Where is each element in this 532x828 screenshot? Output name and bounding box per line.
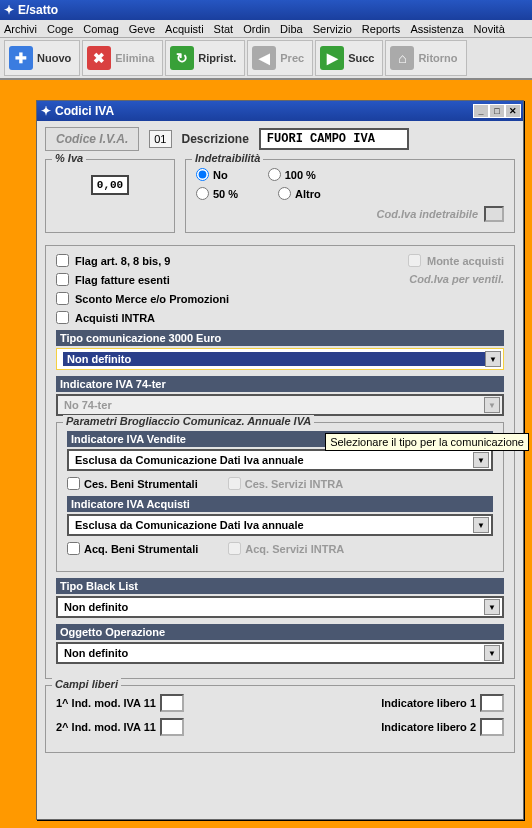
brogliaccio-legend: Parametri Brogliaccio Comunicaz. Annuale… [63,415,314,427]
nuovo-label: Nuovo [37,52,71,64]
menu-reports[interactable]: Reports [362,23,401,35]
delete-icon: ✖ [87,46,111,70]
menu-novita[interactable]: Novità [474,23,505,35]
chevron-down-icon: ▼ [484,397,500,413]
flag-acquisti[interactable]: Acquisti INTRA [56,311,504,324]
acq-beni-checkbox[interactable]: Acq. Beni Strumentali [67,542,198,555]
riprist-label: Riprist. [198,52,236,64]
succ-button[interactable]: ▶ Succ [315,40,383,76]
child-titlebar: ✦ Codici IVA _ □ ✕ [37,101,523,121]
nuovo-button[interactable]: ✚ Nuovo [4,40,80,76]
minimize-button[interactable]: _ [473,104,489,118]
app-titlebar: ✦ E/satto [0,0,532,20]
campi-legend: Campi liberi [52,678,121,690]
riprist-button[interactable]: ↻ Riprist. [165,40,245,76]
flag-monte: Monte acquisti [408,254,504,267]
app-title: E/satto [18,3,58,17]
prec-label: Prec [280,52,304,64]
codice-iva-button[interactable]: Codice I.V.A. [45,127,139,151]
flag-fatture[interactable]: Flag fatture esenti [56,273,170,286]
iva74-value: No 74-ter [64,399,112,411]
oggetto-header: Oggetto Operazione [56,624,504,640]
chevron-down-icon: ▼ [484,599,500,615]
ces-servizi-checkbox: Ces. Servizi INTRA [228,477,343,490]
menu-archivi[interactable]: Archivi [4,23,37,35]
acq-servizi-checkbox: Acq. Servizi INTRA [228,542,344,555]
menu-stat[interactable]: Stat [214,23,234,35]
chevron-down-icon: ▼ [473,452,489,468]
cod-ventil-label: Cod.Iva per ventil. [409,273,504,292]
flags-group: Flag art. 8, 8 bis, 9 Monte acquisti Fla… [45,245,515,679]
toolbar: ✚ Nuovo ✖ Elimina ↻ Riprist. ◀ Prec ▶ Su… [0,38,532,80]
chevron-down-icon: ▼ [484,645,500,661]
close-button[interactable]: ✕ [505,104,521,118]
elimina-label: Elimina [115,52,154,64]
menu-geve[interactable]: Geve [129,23,155,35]
radio-50[interactable]: 50 % [196,187,238,200]
elimina-button[interactable]: ✖ Elimina [82,40,163,76]
codice-iva-value[interactable]: 01 [149,130,171,148]
perc-iva-legend: % Iva [52,152,86,164]
ces-beni-checkbox[interactable]: Ces. Beni Strumentali [67,477,198,490]
descrizione-label: Descrizione [182,132,249,146]
menu-comag[interactable]: Comag [83,23,118,35]
tipo-3000-header: Tipo comunicazione 3000 Euro [56,330,504,346]
blacklist-header: Tipo Black List [56,578,504,594]
prev-icon: ◀ [252,46,276,70]
chevron-down-icon: ▼ [485,351,501,367]
radio-no[interactable]: No [196,168,228,181]
child-title-text: Codici IVA [55,104,114,118]
tooltip: Selezionare il tipo per la comunicazione [325,433,529,451]
oggetto-combo[interactable]: Non definito ▼ [56,642,504,664]
tipo-3000-value: Non definito [63,352,485,366]
ritorno-button[interactable]: ⌂ Ritorno [385,40,466,76]
refresh-icon: ↻ [170,46,194,70]
prec-button[interactable]: ◀ Prec [247,40,313,76]
ind2-input[interactable] [160,718,184,736]
descrizione-input[interactable]: FUORI CAMPO IVA [259,128,409,150]
radio-altro[interactable]: Altro [278,187,321,200]
oggetto-value: Non definito [64,647,128,659]
indet-legend: Indetraibilità [192,152,263,164]
cod-iva-indet-input [484,206,504,222]
menu-ordin[interactable]: Ordin [243,23,270,35]
menu-diba[interactable]: Diba [280,23,303,35]
indet-group: Indetraibilità No 100 % 50 % Altro Cod.I… [185,159,515,233]
flag-sconto[interactable]: Sconto Merce e/o Promozioni [56,292,504,305]
home-icon: ⌂ [390,46,414,70]
menu-assistenza[interactable]: Assistenza [410,23,463,35]
vendite-combo[interactable]: Esclusa da Comunicazione Dati Iva annual… [67,449,493,471]
app-icon: ✦ [4,3,14,17]
menu-servizio[interactable]: Servizio [313,23,352,35]
menu-coge[interactable]: Coge [47,23,73,35]
acquisti-value: Esclusa da Comunicazione Dati Iva annual… [75,519,304,531]
tipo-3000-combo[interactable]: Non definito ▼ [56,348,504,370]
ind2-label: 2^ Ind. mod. IVA 11 [56,721,156,733]
lib2-label: Indicatore libero 2 [381,721,476,733]
blacklist-combo[interactable]: Non definito ▼ [56,596,504,618]
perc-iva-group: % Iva 0,00 [45,159,175,233]
flag-art8[interactable]: Flag art. 8, 8 bis, 9 [56,254,170,267]
new-icon: ✚ [9,46,33,70]
maximize-button[interactable]: □ [489,104,505,118]
campi-liberi-group: Campi liberi 1^ Ind. mod. IVA 11 Indicat… [45,685,515,753]
acquisti-header: Indicatore IVA Acquisti [67,496,493,512]
lib1-input[interactable] [480,694,504,712]
acquisti-combo[interactable]: Esclusa da Comunicazione Dati Iva annual… [67,514,493,536]
radio-100[interactable]: 100 % [268,168,316,181]
vendite-value: Esclusa da Comunicazione Dati Iva annual… [75,454,304,466]
window-icon: ✦ [41,104,51,118]
blacklist-value: Non definito [64,601,128,613]
lib2-input[interactable] [480,718,504,736]
menubar: Archivi Coge Comag Geve Acquisti Stat Or… [0,20,532,38]
perc-iva-input[interactable]: 0,00 [91,175,129,195]
iva74-combo: No 74-ter ▼ [56,394,504,416]
cod-iva-indet-label: Cod.Iva indetraibile [377,208,478,220]
ind1-input[interactable] [160,694,184,712]
ind1-label: 1^ Ind. mod. IVA 11 [56,697,156,709]
ritorno-label: Ritorno [418,52,457,64]
succ-label: Succ [348,52,374,64]
chevron-down-icon: ▼ [473,517,489,533]
menu-acquisti[interactable]: Acquisti [165,23,204,35]
iva74-header: Indicatore IVA 74-ter [56,376,504,392]
